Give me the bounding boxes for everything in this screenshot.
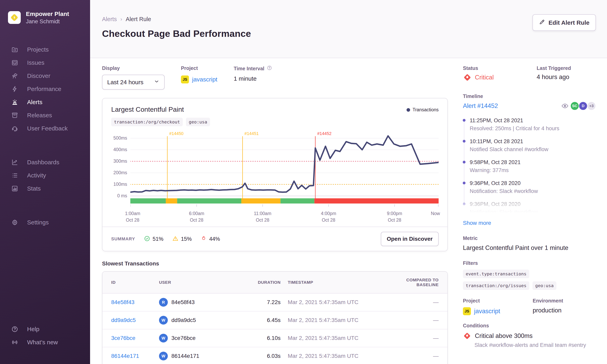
timeline-bullet-icon	[463, 140, 466, 143]
org-switcher[interactable]: Empower Plant Jane Schmidt	[0, 0, 90, 25]
show-more-link[interactable]: Show more	[463, 220, 491, 226]
sidebar-item-label: Stats	[27, 185, 41, 192]
timeline-avatars: SCD+3	[561, 102, 596, 110]
transaction-baseline: —	[384, 317, 439, 323]
transaction-id-link[interactable]: 3ce76bce	[111, 335, 159, 341]
transaction-id-link[interactable]: dd9a9dc5	[111, 317, 159, 323]
filters-label: Filters	[463, 260, 596, 266]
alert-link[interactable]: Alert #14452	[463, 102, 498, 109]
table-column-header: TIMESTAMP	[281, 280, 384, 285]
sidebar-item-label: What’s new	[27, 339, 58, 346]
sidebar-item-help[interactable]: Help	[0, 323, 90, 336]
table-column-header: DURATION	[253, 280, 281, 285]
sidebar-item-releases[interactable]: Releases	[0, 109, 90, 122]
legend-label: Transactions	[413, 107, 439, 113]
sidebar-item-whats-new[interactable]: What’s new	[0, 336, 90, 349]
broadcast-icon	[11, 339, 18, 346]
table-row: 86144e171W86144e1716.03sMar 2, 2021 5:47…	[102, 347, 447, 364]
timeline-bullet-icon	[463, 161, 466, 164]
table-row: dd9a9dc5Wdd9a9dc56.45sMar 2, 2021 5:47:3…	[102, 312, 447, 329]
feedback-icon	[11, 125, 18, 132]
avatar[interactable]: +3	[587, 102, 596, 110]
interval-value: 1 minute	[234, 75, 272, 82]
sidebar-item-label: Settings	[27, 219, 49, 226]
chart-x-axis: 1:00amOct 286:00amOct 2811:00amOct 284:0…	[130, 208, 439, 226]
org-logo-icon	[8, 11, 21, 24]
sidebar-item-user-feedback[interactable]: User Feedback	[0, 122, 90, 135]
project-link[interactable]: javascript	[192, 76, 217, 83]
sidebar-item-alerts[interactable]: Alerts	[0, 96, 90, 109]
check-circle-icon	[144, 235, 150, 243]
sidebar: Empower Plant Jane Schmidt ProjectsIssue…	[0, 0, 90, 364]
sidebar-item-label: Discover	[27, 73, 50, 79]
org-name: Empower Plant	[26, 10, 69, 17]
legend-dot-icon	[406, 108, 410, 112]
user-avatar: R	[159, 298, 168, 307]
transaction-user: W3ce76bce	[159, 334, 253, 342]
sidebar-item-issues[interactable]: Issues	[0, 56, 90, 69]
x-axis-tick-label: 9:00pmOct 28	[387, 210, 402, 223]
timeline-item-date: 10:11PM, Oct 28 2021	[470, 138, 596, 144]
environment-value: production	[533, 307, 563, 314]
user-name: 86144e171	[171, 353, 199, 359]
sidebar-item-label: Releases	[27, 112, 52, 119]
table-column-header: USER	[159, 280, 253, 285]
detail-project-link[interactable]: javascript	[474, 308, 500, 315]
transaction-duration: 6.10s	[253, 335, 281, 341]
timeline-bullet-icon	[463, 182, 466, 184]
org-user: Jane Schmidt	[26, 18, 69, 25]
sidebar-item-dashboards[interactable]: Dashboards	[0, 156, 90, 169]
avatar[interactable]: D	[579, 102, 587, 110]
transaction-timestamp: Mar 2, 2021 5:47:35am UTC	[281, 353, 384, 359]
filter-pills: event.type:transactionstransaction:/org/…	[463, 270, 596, 290]
timeline-item: 9:36PM, Oct 28 2020Notification: Slack #…	[463, 201, 596, 215]
project-label: Project	[181, 65, 217, 71]
sidebar-item-projects[interactable]: Projects	[0, 43, 90, 56]
critical-diamond-icon	[463, 332, 471, 340]
chart-plot-area: #14450#14451#14452 0 ms100ms200ms300ms40…	[130, 130, 439, 226]
transaction-baseline: —	[384, 353, 439, 359]
javascript-platform-icon: JS	[463, 307, 471, 315]
sidebar-item-settings[interactable]: Settings	[0, 216, 90, 229]
x-axis-tick-label: 4:00pmOct 28	[321, 210, 336, 223]
transaction-duration: 6.03s	[253, 353, 281, 359]
metric-value: Largest Contentful Paint over 1 minute	[463, 244, 596, 251]
breadcrumb-alerts[interactable]: Alerts	[102, 16, 117, 23]
sidebar-item-performance[interactable]: Performance	[0, 82, 90, 96]
y-axis-tick-label: 300ms	[111, 158, 127, 164]
metric-label: Metric	[463, 235, 596, 241]
performance-icon	[11, 85, 18, 92]
projects-icon	[11, 46, 18, 53]
edit-alert-rule-button[interactable]: Edit Alert Rule	[532, 14, 596, 31]
timeline-item: 11:25PM, Oct 28 2021Resolved: 250ms | Cr…	[463, 117, 596, 132]
open-in-discover-button[interactable]: Open in Discover	[381, 232, 439, 246]
settings-icon	[11, 219, 18, 226]
avatar[interactable]: SC	[570, 102, 579, 110]
transaction-user: Wdd9a9dc5	[159, 316, 253, 325]
transaction-id-link[interactable]: 86144e171	[111, 353, 159, 359]
conditions-label: Conditions	[463, 323, 596, 328]
table-body: 84e58f43R84e58f437.22sMar 2, 2021 5:47:3…	[102, 294, 447, 364]
sidebar-nav: ProjectsIssuesDiscoverPerformanceAlertsR…	[0, 43, 90, 229]
table-header-row: IDUSERDURATIONTIMESTAMPCOMPARED TO BASEL…	[102, 272, 447, 294]
sidebar-item-label: Activity	[27, 172, 46, 179]
sidebar-item-label: Performance	[27, 86, 61, 92]
transaction-id-link[interactable]: 84e58f43	[111, 299, 159, 305]
y-axis-tick-label: 400ms	[111, 147, 127, 152]
sidebar-item-activity[interactable]: Activity	[0, 169, 90, 182]
sidebar-item-stats[interactable]: Stats	[0, 182, 90, 195]
table-column-header: ID	[111, 280, 159, 285]
sidebar-item-discover[interactable]: Discover	[0, 69, 90, 82]
transactions-table: IDUSERDURATIONTIMESTAMPCOMPARED TO BASEL…	[102, 271, 448, 364]
display-range-dropdown[interactable]: Last 24 hours	[102, 75, 165, 90]
sidebar-item-label: User Feedback	[27, 125, 67, 132]
environment-label: Environment	[533, 298, 563, 304]
breadcrumb: Alerts › Alert Rule	[102, 16, 596, 23]
transaction-timestamp: Mar 2, 2021 5:47:35am UTC	[281, 299, 384, 305]
question-circle-icon[interactable]	[267, 65, 272, 72]
breadcrumb-chevron-icon: ›	[120, 16, 122, 22]
condition-description: Slack #workflow-alerts and Email team #s…	[463, 342, 596, 348]
transaction-timestamp: Mar 2, 2021 5:47:35am UTC	[281, 335, 384, 341]
summary-label: SUMMARY	[111, 236, 135, 242]
timeline-item-date: 11:25PM, Oct 28 2021	[470, 117, 596, 124]
